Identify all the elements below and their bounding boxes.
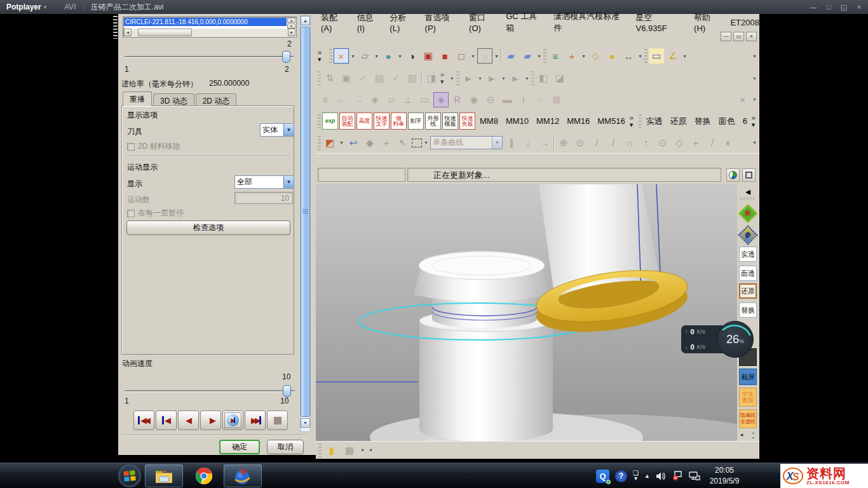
shade-translucent-button[interactable]: 实透 xyxy=(646,116,663,127)
shade-mode-icon[interactable]: ◑ xyxy=(404,48,419,64)
pan-view-icon[interactable]: ▱ xyxy=(384,92,399,107)
clock-progress-icon[interactable] xyxy=(726,168,740,182)
rectangle-select-icon[interactable] xyxy=(412,139,422,147)
ok-button[interactable]: 确定 xyxy=(219,440,260,454)
gcode-listbox[interactable]: CIRCLE/-221.811,-18.416,0.000,0.0000000 … xyxy=(123,17,297,37)
postprocess-icon[interactable]: ✓ xyxy=(388,71,403,86)
go-to-end-button[interactable]: ▶▶ xyxy=(245,410,266,430)
measure-distance-icon[interactable]: ▭ xyxy=(649,48,664,64)
show-hide-icon[interactable]: ↔ xyxy=(621,48,636,64)
dropdown-caret[interactable]: ▾ xyxy=(423,140,429,146)
cad-restore-icon[interactable]: ▭ xyxy=(733,32,744,41)
outline-button[interactable]: 外形 线 xyxy=(425,112,441,130)
cad-close-icon[interactable]: × xyxy=(746,32,757,41)
snap-orient-icon[interactable]: ↩ xyxy=(346,135,361,151)
csys-filter-icon[interactable]: + xyxy=(379,135,394,151)
volume-icon[interactable] xyxy=(656,471,667,481)
snap-spline-icon[interactable]: ∩ xyxy=(622,135,637,151)
taskbar-chrome-button[interactable] xyxy=(187,464,221,487)
section-curve-icon[interactable]: ▰ xyxy=(520,48,535,64)
checkbox-icon[interactable] xyxy=(127,143,135,151)
menu-preferences[interactable]: 首选项(P) xyxy=(425,12,460,33)
perspective-icon[interactable]: ▭ xyxy=(417,92,432,107)
pause-each-level-checkbox[interactable]: 在每一层暂停 xyxy=(127,208,184,219)
menu-analysis[interactable]: 分析(L) xyxy=(390,12,416,33)
menu-mold-standard[interactable]: 潇洒模具汽模标准件 xyxy=(553,11,627,34)
display-mode-icon[interactable]: ◈ xyxy=(433,92,449,107)
combo-arrow-icon[interactable]: ▼ xyxy=(283,176,294,188)
work-layer-icon[interactable]: ▮ xyxy=(324,443,339,458)
create-geometry-icon[interactable]: ◪ xyxy=(552,71,567,86)
menu-gc-toolbox[interactable]: GC 工具箱 xyxy=(506,11,545,34)
menu-information[interactable]: 信息(I) xyxy=(357,12,381,33)
color6-button[interactable]: 6 xyxy=(743,116,747,126)
restore-button[interactable]: 还原 xyxy=(670,116,687,127)
generate-toolpath-icon[interactable]: ▣ xyxy=(339,71,354,86)
measure-angle-icon[interactable]: ∠ xyxy=(665,48,681,64)
dropdown-caret[interactable]: ▾ xyxy=(524,76,530,81)
tool-combo[interactable]: 实体 ▼ xyxy=(260,123,294,137)
vscroll-up-icon[interactable]: ▲ xyxy=(301,16,310,25)
move-object-icon[interactable]: ◇ xyxy=(588,48,603,64)
gcode-selected-row[interactable]: CIRCLE/-221.811,-18.416,0.000,0.0000000 xyxy=(124,18,287,26)
reference-diamond-icon[interactable]: 参 xyxy=(739,226,757,244)
restore-window-tray-icon[interactable]: ❏▾ xyxy=(633,471,639,481)
list-hscrollbar[interactable]: ◂ ▸ xyxy=(124,29,295,36)
render-style-icon[interactable]: ● xyxy=(381,48,396,64)
dropdown-caret[interactable]: ▾ xyxy=(581,53,587,59)
sidebar-restore-button[interactable]: 还原 xyxy=(739,283,757,299)
dropdown-caret[interactable]: ▾ xyxy=(501,76,506,81)
hscroll-thumb[interactable] xyxy=(138,29,192,36)
dropdown-caret[interactable]: ▾ xyxy=(368,447,374,453)
dropdown-caret[interactable]: ▾ xyxy=(494,53,499,59)
mm516-button[interactable]: MM516 xyxy=(597,116,625,126)
vscroll-down-icon[interactable]: ▼ xyxy=(301,418,310,428)
dropdown-caret[interactable]: ▾ xyxy=(752,97,757,102)
hidden-line-button[interactable]: 隐藏线 变虚线 xyxy=(739,409,757,428)
mm8-button[interactable]: MM8 xyxy=(480,116,498,126)
maximize-icon[interactable]: □ xyxy=(824,3,834,11)
fit-view-icon[interactable]: × xyxy=(334,48,349,64)
cube-display-icon[interactable]: ⊠ xyxy=(549,92,564,107)
overflow-chevron[interactable]: »▾ xyxy=(752,114,759,128)
overflow-chevron[interactable]: »▾ xyxy=(318,49,325,63)
clamp-display-icon[interactable]: ⊖ xyxy=(483,92,498,107)
mm10-button[interactable]: MM10 xyxy=(506,116,529,126)
selection-filter-icon[interactable]: ◩ xyxy=(322,135,337,151)
list-spinner[interactable]: ▲▼ xyxy=(287,18,295,29)
show-hide-component-icon[interactable]: ▱ xyxy=(357,48,372,64)
redo-forward-icon[interactable]: → xyxy=(351,92,366,107)
mm12-button[interactable]: MM12 xyxy=(536,116,559,126)
print-icon[interactable]: ≡ xyxy=(318,92,333,107)
snap-quadrant-icon[interactable]: ◇ xyxy=(672,135,687,151)
snap-center-icon[interactable]: ⊙ xyxy=(655,135,670,151)
tab-2d-dynamic[interactable]: 2D 动态 xyxy=(196,93,237,106)
dropdown-caret[interactable]: ▾ xyxy=(752,76,757,81)
go-to-start-button[interactable]: ◀◀ xyxy=(133,410,154,430)
background-color-icon[interactable]: ■ xyxy=(477,48,492,64)
dropdown-caret[interactable]: ▾ xyxy=(360,447,365,453)
play-button[interactable]: ▶ xyxy=(222,410,243,430)
speed-slider-handle[interactable] xyxy=(283,385,291,397)
dropdown-caret[interactable]: ▾ xyxy=(350,53,356,59)
collapse-left-icon[interactable]: ◂ xyxy=(739,187,757,196)
scroll-left-arrow-icon[interactable]: ◂ xyxy=(124,29,132,36)
dropdown-caret[interactable]: ▾ xyxy=(637,53,643,59)
object-display-icon[interactable]: ● xyxy=(604,48,620,64)
material-removal-checkbox[interactable]: 2D 材料移除 xyxy=(127,141,180,152)
dropdown-caret[interactable]: ▾ xyxy=(449,76,455,81)
exp-button[interactable]: exp xyxy=(322,112,338,130)
point-filter-icon[interactable]: ↖ xyxy=(395,135,410,151)
snap-go-icon[interactable]: → xyxy=(537,135,552,151)
dropdown-caret[interactable]: ▾ xyxy=(477,76,483,81)
wcs-orientation-icon[interactable]: + xyxy=(564,48,580,64)
list-toolpath-icon[interactable]: ▤ xyxy=(372,71,387,86)
dropdown-caret[interactable]: ▾ xyxy=(397,53,403,59)
frame-toggle-icon[interactable] xyxy=(742,168,756,182)
snap-line2-icon[interactable]: / xyxy=(606,135,621,151)
potplayer-menu[interactable]: Potplayer xyxy=(6,3,41,11)
snap-midpoint-icon[interactable]: ⊙ xyxy=(573,135,588,151)
create-tool-icon[interactable]: ◧ xyxy=(536,71,551,86)
mill-operation-icon[interactable]: ► xyxy=(461,71,476,86)
engrave-button[interactable]: 刻字 xyxy=(408,112,424,130)
